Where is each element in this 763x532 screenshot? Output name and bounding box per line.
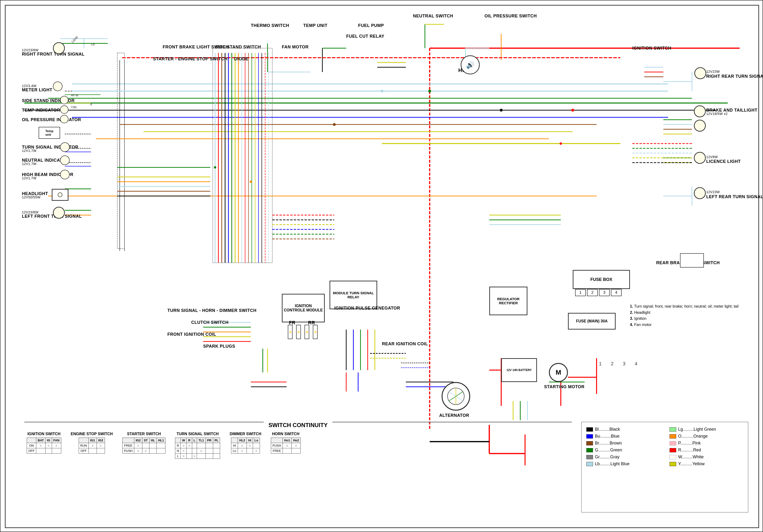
- legend-br-text: Br.........Brown: [595, 441, 622, 446]
- battery-box: 12V 14H BATTERY: [501, 358, 537, 382]
- fuel-pump-label: FUEL PUMP: [358, 23, 384, 28]
- legend-brown: Br.........Brown: [586, 441, 660, 446]
- fuel-cut-relay-label: FUEL CUT RELAY: [346, 34, 384, 39]
- ignition-pulse-label: IGNITION PULSE GENEGATOR: [334, 306, 400, 311]
- turn-signal-relay-label: MODULE TURN SIGNAL RELAY: [331, 291, 375, 299]
- temp-indicator-label: TEMP INDICATOR: [22, 108, 60, 113]
- side-stand-switch-label: SIDE STAND SWITCH: [215, 45, 261, 50]
- starter-switch-table: STARTER SWITCH IG2STHLHL1 FREE○ PUSH○○: [122, 432, 166, 459]
- alternator-label: ALTERNATOR: [439, 413, 469, 418]
- legend-blue: Bu.........Blue: [586, 434, 660, 439]
- legend-gr-text: Gr.........Gray: [595, 455, 619, 460]
- right-front-turn-signal-bulb: [53, 42, 65, 54]
- svg-point-139: [381, 90, 383, 92]
- legend-g-swatch: [586, 448, 593, 452]
- fuse-main-label: FUSE (MAIN) 30A: [576, 319, 607, 323]
- meter-light-label: METER LIGHT: [22, 87, 53, 92]
- fuse-note1: Turn signal; front, rear brake; horn; ne…: [634, 304, 739, 308]
- fuse-note4: Fan motor: [634, 323, 652, 327]
- neutral-indicator-bulb: [60, 156, 70, 165]
- legend-r-swatch: [670, 448, 676, 452]
- legend-pink: P..........Pink: [670, 441, 743, 446]
- ignition-switch-table: IGNITION SWITCH BATIGFAN ON○○○ OFF: [27, 432, 61, 459]
- legend-orange: O..........Orange: [670, 434, 743, 439]
- brake-taillight-bulb2: [694, 120, 706, 132]
- legend-y-swatch: [670, 462, 676, 466]
- thermo-switch-label: THERMO SWITCH: [251, 23, 289, 28]
- starter-switch-table-title: STARTER SWITCH: [127, 432, 161, 436]
- left-front-turn-signal-label: LEFT FRONT TURN SIGNAL: [22, 214, 82, 219]
- svg-point-141: [214, 166, 216, 168]
- right-rear-turn-signal-label: RIGHT REAR TURN SIGNAL: [706, 74, 763, 79]
- legend-green: G..........Green: [586, 448, 660, 453]
- fuse-cells: 1 2 3 4: [575, 289, 622, 296]
- fuse-box-label: FUSE BOX: [591, 277, 612, 282]
- legend-gr-swatch: [586, 455, 593, 459]
- regulator-rectifier-box: REGULATOR RECTIFIER: [489, 287, 527, 315]
- right-front-turn-signal-spec: 12V23/8W: [22, 48, 39, 52]
- alternator-symbol: [442, 382, 470, 411]
- legend-br-swatch: [586, 441, 593, 446]
- meter-light-bulb: [53, 81, 62, 91]
- legend-lg-text: Lg.........Light Green: [678, 427, 716, 432]
- rear-ignition-coil-label: REAR IGNITION COIL: [382, 342, 428, 347]
- ignition-switch-table-title: IGNITION SWITCH: [28, 432, 60, 436]
- svg-point-142: [250, 180, 252, 183]
- neutral-switch-label: NEUTRAL SWITCH: [413, 14, 453, 19]
- engine-stop-switch-table-title: ENGINE STOP SWITCH: [71, 432, 113, 436]
- legend-gray: Gr.........Gray: [586, 455, 660, 460]
- legend-p-text: P..........Pink: [678, 441, 701, 446]
- left-front-turn-signal-spec: 12V23/8W: [22, 210, 39, 214]
- right-rear-turn-signal-bulb: [694, 67, 706, 79]
- high-beam-indicator-spec: 12V1.7W: [22, 176, 37, 180]
- legend-red: R..........Red: [670, 448, 743, 453]
- horn-symbol: 🔊: [461, 55, 480, 74]
- engine-stop-switch-table: ENGINE STOP SWITCH IG1IG2 RUN○○ OFF: [71, 432, 113, 459]
- legend-black: Bl.........Black: [586, 427, 660, 432]
- legend-white: W.........White: [670, 455, 743, 460]
- diode-label: DIODE: [234, 56, 249, 61]
- clutch-switch-label: CLUTCH SWITCH: [191, 320, 228, 325]
- dimmer-switch-table-title: DIMMER SWITCH: [230, 432, 261, 436]
- svg-point-143: [560, 142, 562, 145]
- regulator-rectifier-label: REGULATOR RECTIFIER: [491, 297, 525, 305]
- svg-point-136: [428, 90, 431, 92]
- horn-switch-table-title: HORN SWITCH: [272, 432, 299, 436]
- wire-label-bu-w: 4P·W: [71, 93, 78, 97]
- legend-black-text: Bl.........Black: [595, 427, 620, 432]
- licence-light-label: LICENCE LIGHT: [706, 159, 741, 164]
- temp-unit-box: Tempunit: [39, 127, 60, 139]
- right-rear-turn-signal-spec: 12V23W: [706, 70, 720, 73]
- brake-taillight-spec: 12V18/5W x2: [706, 112, 728, 116]
- svg-text:4: 4: [635, 361, 637, 366]
- headlight-symbol: [52, 189, 68, 201]
- licence-light-bulb: [694, 152, 706, 164]
- dimmer-switch-table: DIMMER SWITCH HL2HiLo Hi○○ Lo○○: [230, 432, 261, 459]
- starter-engine-stop-switch-label: STARTER - ENGINE STOP SWITCH: [153, 56, 227, 61]
- brake-taillight-bulb1: [694, 105, 706, 117]
- oil-pressure-indicator-label: OIL PRESSURE INDICATOR: [22, 117, 81, 122]
- fuse-note3: Ignition: [634, 316, 647, 320]
- legend-g-text: G..........Green: [595, 448, 622, 453]
- legend-y-text: Y..........Yellow: [678, 462, 705, 467]
- wire-label-y-bl: Y/Bl: [71, 105, 76, 109]
- left-rear-turn-signal-spec: 12V23W: [706, 190, 720, 194]
- svg-rect-61: [213, 48, 272, 263]
- spark-plug-connectors: ⚡ ⚡ ⚡ ⚡: [288, 325, 318, 339]
- legend-r-text: R..........Red: [678, 448, 701, 453]
- right-front-turn-signal-label: RIGHT FRONT TURN SIGNAL: [22, 52, 84, 57]
- left-rear-turn-signal-bulb: [694, 187, 706, 199]
- legend-o-text: O..........Orange: [678, 434, 708, 439]
- starting-motor-label: STARTING MOTOR: [544, 384, 585, 389]
- turn-signal-horn-dimmer-label: TURN SIGNAL - HORN - DIMMER SWITCH: [167, 308, 257, 313]
- legend-lb-text: Lb.........Light Blue: [595, 462, 629, 467]
- legend-light-blue: Lb.........Light Blue: [586, 462, 660, 467]
- left-front-turn-signal-bulb: [53, 207, 65, 219]
- left-rear-turn-signal-label: LEFT REAR TURN SIGNAL: [706, 194, 763, 199]
- temp-unit-label: TEMP UNIT: [303, 23, 327, 28]
- svg-point-137: [500, 109, 502, 112]
- svg-text:2: 2: [611, 361, 613, 366]
- svg-point-140: [571, 109, 574, 112]
- wire-label-lb: Lb: [91, 42, 95, 46]
- main-container: 1 2 3 4: [0, 0, 763, 532]
